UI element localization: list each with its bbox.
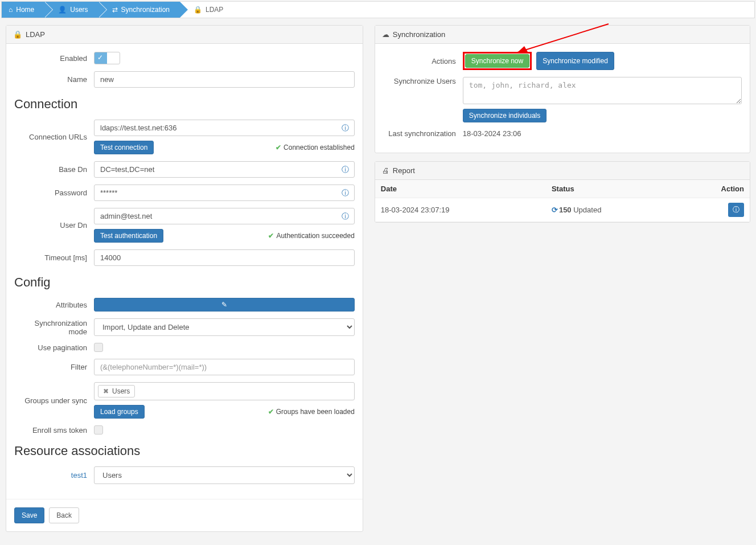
filter-input[interactable] xyxy=(94,359,355,375)
last-sync-value: 18-03-2024 23:06 xyxy=(463,129,742,138)
sync-mode-select[interactable]: Import, Update and Delete xyxy=(94,318,355,336)
base-dn-label: Base Dn xyxy=(14,165,94,174)
groups-tag-input[interactable]: ✖Users xyxy=(94,382,355,400)
print-icon: 🖨 xyxy=(382,166,389,175)
sync-icon: ⇄ xyxy=(112,6,118,14)
cell-date: 18-03-2024 23:07:19 xyxy=(375,198,546,222)
load-groups-button[interactable]: Load groups xyxy=(94,405,145,419)
name-label: Name xyxy=(14,75,94,84)
col-action: Action xyxy=(676,180,750,198)
user-dn-label: User Dn xyxy=(14,221,94,230)
ldap-panel: 🔒LDAP Enabled ✓ Name Connection Connecti… xyxy=(6,25,363,532)
cloud-icon: ☁ xyxy=(382,30,389,39)
sync-mode-label: Synchronization mode xyxy=(14,319,94,336)
check-icon: ✔ xyxy=(268,408,274,416)
info-icon[interactable]: ⓘ xyxy=(342,123,349,133)
sync-panel-heading: ☁Synchronization xyxy=(375,26,750,44)
enroll-sms-label: Enroll sms token xyxy=(14,426,94,435)
cell-status: ⟳150 Updated xyxy=(546,198,676,222)
enabled-toggle[interactable]: ✓ xyxy=(94,52,120,64)
resource-header: Resource associations xyxy=(14,444,355,458)
report-panel-heading: 🖨Report xyxy=(375,162,750,180)
highlight-annotation: Synchronize now xyxy=(463,52,532,70)
report-table: Date Status Action 18-03-2024 23:07:19 ⟳… xyxy=(375,180,750,222)
info-icon[interactable]: ⓘ xyxy=(342,165,349,175)
user-icon: 👤 xyxy=(58,6,67,14)
back-button[interactable]: Back xyxy=(49,507,79,523)
lock-icon: 🔒 xyxy=(194,6,202,14)
breadcrumb-synchronization[interactable]: ⇄Synchronization xyxy=(98,2,180,18)
check-icon: ✔ xyxy=(276,144,281,151)
sync-users-label: Synchronize Users xyxy=(383,77,463,85)
pagination-label: Use pagination xyxy=(14,343,94,352)
conn-urls-input[interactable] xyxy=(94,120,355,136)
group-tag[interactable]: ✖Users xyxy=(98,385,135,398)
info-icon[interactable]: ⓘ xyxy=(342,211,349,222)
enabled-label: Enabled xyxy=(14,54,94,63)
lock-icon: 🔒 xyxy=(13,30,22,39)
password-input[interactable] xyxy=(94,185,355,201)
col-date: Date xyxy=(375,180,546,198)
refresh-icon: ⟳ xyxy=(552,206,558,214)
sync-modified-button[interactable]: Synchronize modified xyxy=(536,52,614,70)
ldap-panel-heading: 🔒LDAP xyxy=(6,26,363,44)
pagination-checkbox[interactable] xyxy=(94,343,103,352)
actions-label: Actions xyxy=(383,57,463,65)
auth-status: ✔Authentication succeeded xyxy=(268,232,354,240)
filter-label: Filter xyxy=(14,363,94,371)
config-header: Config xyxy=(14,275,355,290)
connection-status: ✔Connection established xyxy=(276,144,355,151)
sync-individuals-button[interactable]: Synchronize individuals xyxy=(463,109,547,122)
sync-now-button[interactable]: Synchronize now xyxy=(465,54,529,68)
enroll-sms-checkbox[interactable] xyxy=(94,425,103,435)
breadcrumb-home[interactable]: ⌂Home xyxy=(2,2,44,18)
report-panel: 🖨Report Date Status Action 18-03-2024 23… xyxy=(375,161,750,223)
sync-panel: ☁Synchronization Actions Synchronize now… xyxy=(375,25,750,153)
table-row: 18-03-2024 23:07:19 ⟳150 Updated ⓘ xyxy=(375,198,750,222)
save-button[interactable]: Save xyxy=(14,507,44,523)
conn-urls-label: Connection URLs xyxy=(14,133,94,141)
attributes-label: Attributes xyxy=(14,301,94,309)
base-dn-input[interactable] xyxy=(94,161,355,178)
check-icon: ✔ xyxy=(268,232,274,240)
info-icon[interactable]: ⓘ xyxy=(342,188,349,198)
info-button[interactable]: ⓘ xyxy=(728,203,744,217)
name-input[interactable] xyxy=(94,71,355,88)
attributes-edit-button[interactable]: ✎ xyxy=(94,298,355,312)
breadcrumb: ⌂Home 👤Users ⇄Synchronization 🔒LDAP xyxy=(1,1,755,18)
timeout-input[interactable] xyxy=(94,249,355,266)
resource-select[interactable]: Users xyxy=(94,466,355,484)
col-status: Status xyxy=(546,180,676,198)
connection-header: Connection xyxy=(14,97,355,112)
sync-users-textarea[interactable] xyxy=(463,77,742,104)
groups-status: ✔Groups have been loaded xyxy=(268,408,355,416)
groups-label: Groups under sync xyxy=(14,396,94,405)
last-sync-label: Last synchronization xyxy=(383,129,463,138)
home-icon: ⌂ xyxy=(9,6,13,14)
password-label: Password xyxy=(14,189,94,197)
remove-icon[interactable]: ✖ xyxy=(103,387,109,395)
user-dn-input[interactable] xyxy=(94,208,355,224)
resource-link[interactable]: test1 xyxy=(14,471,94,480)
test-connection-button[interactable]: Test connection xyxy=(94,141,154,154)
edit-icon: ✎ xyxy=(221,301,227,309)
timeout-label: Timeout [ms] xyxy=(14,253,94,262)
cell-action: ⓘ xyxy=(676,198,750,222)
test-auth-button[interactable]: Test authentication xyxy=(94,229,163,243)
